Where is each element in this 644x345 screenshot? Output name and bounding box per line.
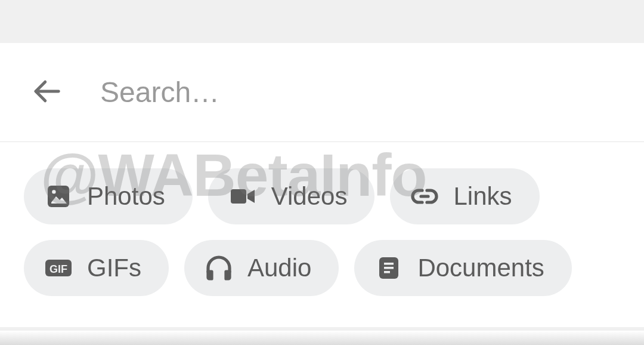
filter-chip-gifs[interactable]: GIF GIFs	[24, 240, 169, 296]
link-icon	[410, 182, 439, 211]
back-button[interactable]	[29, 75, 64, 110]
filter-chip-row: GIF GIFs Audio	[24, 240, 620, 296]
filter-chip-links[interactable]: Links	[390, 168, 539, 224]
filter-chip-label: Links	[453, 182, 512, 211]
filter-chip-label: Videos	[271, 182, 348, 211]
gif-icon: GIF	[44, 254, 73, 282]
bottom-shadow	[0, 331, 644, 345]
headphones-icon	[205, 254, 233, 282]
filter-chip-photos[interactable]: Photos	[24, 168, 193, 224]
video-icon	[228, 182, 257, 211]
svg-marker-5	[247, 190, 255, 203]
svg-rect-9	[384, 263, 394, 265]
svg-rect-11	[384, 271, 390, 273]
filter-chip-row: Photos Videos Links	[24, 168, 620, 224]
svg-text:GIF: GIF	[49, 263, 67, 275]
svg-rect-4	[231, 189, 246, 204]
filter-chip-label: Documents	[417, 254, 544, 282]
filter-chip-label: Audio	[247, 254, 311, 282]
svg-rect-1	[48, 186, 69, 207]
svg-point-3	[52, 190, 55, 193]
filter-chip-documents[interactable]: Documents	[354, 240, 571, 296]
document-icon	[374, 254, 403, 282]
filter-chip-label: Photos	[87, 182, 165, 211]
arrow-left-icon	[30, 75, 63, 110]
search-bar-container	[0, 43, 644, 142]
photo-icon	[44, 182, 73, 211]
search-input[interactable]	[100, 76, 644, 109]
filter-chip-label: GIFs	[87, 254, 141, 282]
filter-chips-area: Photos Videos Links	[0, 142, 644, 327]
svg-rect-10	[384, 267, 394, 269]
filter-chip-audio[interactable]: Audio	[184, 240, 339, 296]
status-bar	[0, 0, 644, 43]
filter-chip-videos[interactable]: Videos	[208, 168, 375, 224]
